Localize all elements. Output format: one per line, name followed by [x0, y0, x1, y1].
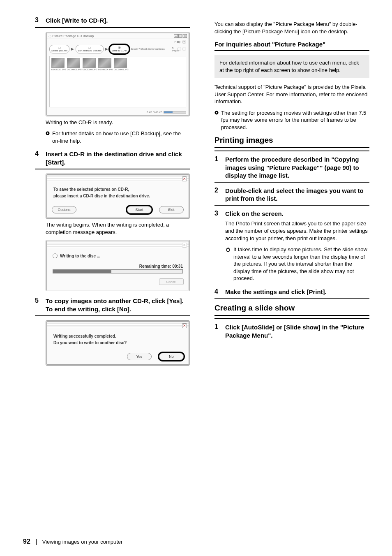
jewel-case-label: Jewely / Check Cover contents	[131, 48, 164, 50]
help-label[interactable]: Help	[175, 40, 180, 43]
close-button[interactable]: ✕	[182, 323, 187, 328]
step-5-num: 5	[35, 297, 42, 313]
thumbnail-image	[98, 58, 111, 68]
svg-point-2	[226, 248, 230, 252]
step-3-divider	[35, 27, 190, 28]
print-step-4-num: 4	[214, 288, 222, 296]
support-info: Technical support of "Picture Package" i…	[214, 83, 369, 105]
yes-button[interactable]: Yes	[127, 353, 152, 360]
step-4-num: 4	[35, 150, 42, 166]
arrow-icon: ▶	[71, 47, 74, 51]
step-3-note: For further details on how to use [CD Ba…	[52, 130, 190, 144]
print-step-3-text: Click on the screen.	[225, 210, 284, 218]
status-progress-bar	[164, 111, 186, 114]
step-pill-select[interactable]: ▭ Select pictures	[49, 45, 69, 53]
step-4-body: The writing begins. When the writing is …	[35, 221, 190, 236]
tip-icon	[225, 247, 231, 253]
thumbnail[interactable]: DSC00003.JPG	[83, 58, 96, 71]
folder-icon: ▭	[58, 46, 61, 50]
maximize-icon[interactable]: □	[178, 34, 182, 38]
thumbnail[interactable]: DSC00005.JPG	[114, 58, 127, 71]
thumbnail-image	[83, 58, 96, 68]
thumbnail[interactable]: DSC00001.JPG	[51, 58, 65, 71]
insert-cdr-dialog: ✕ To save the selected pictures on CD-R,…	[46, 174, 190, 219]
slideshow-interval-tip: It takes time to display some pictures. …	[233, 246, 369, 282]
step-3-num: 3	[35, 16, 42, 25]
thumbnail-image	[51, 58, 65, 68]
print-step-4-text: Make the settings and click [Print].	[225, 288, 327, 296]
no-button[interactable]: No	[159, 353, 184, 360]
printing-heading: Printing images	[214, 136, 369, 145]
slideshow-step-1-divider	[214, 342, 369, 342]
step-5-text: To copy images onto another CD-R, click …	[46, 297, 190, 313]
help-icon[interactable]: ?	[182, 40, 186, 44]
step-pill-sort[interactable]: ▭ Sort selected pictures	[76, 45, 104, 53]
cancel-button[interactable]: Cancel	[159, 278, 184, 285]
nav-next-icon[interactable]	[182, 47, 186, 51]
writing-progress-dialog: ✕ Writing to the disc ... Remaining time…	[46, 240, 190, 291]
close-button-disabled: ✕	[182, 243, 187, 248]
printing-divider-top	[214, 147, 369, 148]
slideshow-divider-bottom	[214, 318, 369, 319]
printing-divider-bottom	[214, 151, 369, 151]
print-step-3-num: 3	[214, 210, 222, 218]
thumbnail-image	[114, 58, 127, 68]
inquiries-heading: For inquiries about "Picture Package"	[214, 41, 369, 48]
step-pill-write[interactable]: ◉ Write to CD-R	[110, 45, 129, 53]
step-4-divider	[35, 169, 190, 169]
print-step-1-divider	[214, 182, 369, 183]
print-step-1-text: Perform the procedure described in "Copy…	[225, 155, 369, 180]
close-icon[interactable]: ×	[183, 34, 187, 38]
thumbnail-caption: DSC00001.JPG	[51, 68, 65, 71]
page-number: 92	[23, 538, 30, 545]
pp-menu-note: You can also display the "Picture Packag…	[214, 21, 369, 35]
thumbnail-caption: DSC00004.JPG	[98, 68, 111, 71]
thumbnail-image	[67, 58, 80, 68]
window-buttons[interactable]: – □ ×	[174, 34, 187, 38]
slideshow-step-1-num: 1	[214, 323, 222, 339]
insert-cdr-line1: To save the selected pictures on CD-R,	[53, 186, 182, 193]
writing-label: Writing to the disc ...	[60, 254, 100, 258]
note-icon	[46, 131, 50, 135]
step-pill-select-label: Select pictures	[51, 49, 67, 52]
write-another-dialog: ✕ Writing successfully completed. Do you…	[46, 320, 190, 366]
start-button[interactable]: Start	[127, 206, 152, 213]
step-3-body: Writing to the CD-R is ready.	[35, 119, 190, 126]
insert-cdr-line2: please insert a CD-R disc in the destina…	[53, 193, 182, 199]
progress-bar	[53, 269, 183, 273]
print-step-2-divider	[214, 205, 369, 206]
svg-rect-6	[228, 252, 229, 253]
close-button[interactable]: ✕	[182, 176, 187, 181]
svg-line-4	[226, 248, 227, 249]
write-complete-line1: Writing successfully completed.	[53, 333, 182, 340]
options-button[interactable]: Options	[52, 206, 76, 213]
thumbnail-caption: DSC00003.JPG	[83, 68, 96, 71]
print-step-1-num: 1	[214, 155, 222, 180]
print-step-4-divider	[214, 298, 369, 299]
slideshow-step-1-text: Click [AutoSlide] or [Slide show] in the…	[225, 323, 369, 339]
thumbnail-area: DSC00001.JPG DSC00002.JPG DSC00003.JPG D…	[49, 56, 186, 107]
minimize-icon[interactable]: –	[174, 34, 178, 38]
thumbnail[interactable]: DSC00002.JPG	[67, 58, 80, 71]
step-pill-sort-label: Sort selected pictures	[78, 49, 101, 52]
step-pill-write-label: Write to CD-R	[112, 49, 127, 52]
nav-prev-icon[interactable]	[177, 47, 181, 51]
inquiries-divider	[214, 50, 369, 51]
help-tip-box: For detailed information about how to us…	[214, 55, 369, 78]
write-complete-line2: Do you want to write to another disc?	[53, 340, 182, 346]
slideshow-heading: Creating a slide show	[214, 303, 369, 313]
cd-backup-window: ◌ Picture Package CD Backup – □ × Help ?…	[46, 32, 190, 116]
spinner-icon	[53, 253, 58, 258]
exit-button[interactable]: Exit	[159, 206, 184, 213]
thumbnail[interactable]: DSC00004.JPG	[98, 58, 111, 71]
disc-icon: ◉	[118, 46, 121, 50]
print-step-2-text: Double-click and select the images you w…	[225, 187, 369, 203]
note-icon	[214, 111, 219, 115]
status-size: 0 KB / 610 KB	[147, 111, 162, 114]
step-3-text: Click [Write to CD-R].	[46, 16, 108, 25]
footer-breadcrumb: Viewing images on your computer	[36, 539, 123, 545]
remaining-time: Remaining time: 00:31	[47, 260, 189, 269]
page-count: 5 Pages	[172, 47, 176, 51]
slideshow-divider-top	[214, 315, 369, 316]
print-step-2-num: 2	[214, 187, 222, 203]
